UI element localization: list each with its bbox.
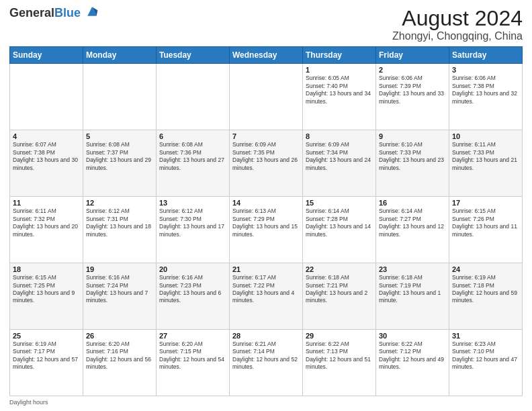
day-info: Sunrise: 6:11 AM Sunset: 7:32 PM Dayligh… xyxy=(13,208,80,238)
day-info: Sunrise: 6:15 AM Sunset: 7:26 PM Dayligh… xyxy=(452,208,519,238)
calendar-cell: 20Sunrise: 6:16 AM Sunset: 7:23 PM Dayli… xyxy=(157,263,230,330)
day-info: Sunrise: 6:10 AM Sunset: 7:33 PM Dayligh… xyxy=(379,141,446,172)
week-row-5: 25Sunrise: 6:19 AM Sunset: 7:17 PM Dayli… xyxy=(10,330,523,396)
calendar-cell: 19Sunrise: 6:16 AM Sunset: 7:24 PM Dayli… xyxy=(83,263,157,330)
day-number: 1 xyxy=(306,66,373,74)
day-info: Sunrise: 6:15 AM Sunset: 7:25 PM Dayligh… xyxy=(13,274,80,305)
day-info: Sunrise: 6:19 AM Sunset: 7:17 PM Dayligh… xyxy=(13,340,80,371)
weekday-header-thursday: Thursday xyxy=(303,47,376,64)
day-info: Sunrise: 6:12 AM Sunset: 7:30 PM Dayligh… xyxy=(159,208,226,238)
day-number: 20 xyxy=(159,265,226,273)
calendar-cell xyxy=(83,64,157,130)
weekday-header-monday: Monday xyxy=(83,47,157,64)
calendar-cell: 10Sunrise: 6:11 AM Sunset: 7:33 PM Dayli… xyxy=(449,130,523,197)
day-info: Sunrise: 6:22 AM Sunset: 7:13 PM Dayligh… xyxy=(306,340,373,371)
calendar-cell xyxy=(230,64,303,130)
day-number: 6 xyxy=(159,132,226,140)
day-number: 27 xyxy=(159,332,226,340)
weekday-header-sunday: Sunday xyxy=(10,47,83,64)
weekday-header-wednesday: Wednesday xyxy=(230,47,303,64)
calendar-cell: 7Sunrise: 6:09 AM Sunset: 7:35 PM Daylig… xyxy=(230,130,303,197)
calendar-cell: 11Sunrise: 6:11 AM Sunset: 7:32 PM Dayli… xyxy=(10,197,83,263)
day-info: Sunrise: 6:22 AM Sunset: 7:12 PM Dayligh… xyxy=(379,340,446,371)
day-info: Sunrise: 6:06 AM Sunset: 7:38 PM Dayligh… xyxy=(452,75,519,105)
calendar-cell: 17Sunrise: 6:15 AM Sunset: 7:26 PM Dayli… xyxy=(449,197,523,263)
calendar-cell: 18Sunrise: 6:15 AM Sunset: 7:25 PM Dayli… xyxy=(10,263,83,330)
day-number: 4 xyxy=(13,132,80,140)
calendar-cell: 22Sunrise: 6:18 AM Sunset: 7:21 PM Dayli… xyxy=(303,263,376,330)
day-info: Sunrise: 6:19 AM Sunset: 7:18 PM Dayligh… xyxy=(452,274,519,305)
calendar-cell: 6Sunrise: 6:08 AM Sunset: 7:36 PM Daylig… xyxy=(157,130,230,197)
day-info: Sunrise: 6:12 AM Sunset: 7:31 PM Dayligh… xyxy=(86,208,153,238)
header: GeneralBlue August 2024 Zhongyi, Chongqi… xyxy=(9,7,523,42)
day-number: 3 xyxy=(452,66,519,74)
logo: GeneralBlue xyxy=(9,7,99,20)
day-info: Sunrise: 6:14 AM Sunset: 7:27 PM Dayligh… xyxy=(379,208,446,238)
day-number: 13 xyxy=(159,199,226,207)
logo-icon xyxy=(85,5,99,18)
day-info: Sunrise: 6:09 AM Sunset: 7:35 PM Dayligh… xyxy=(232,141,300,172)
day-info: Sunrise: 6:09 AM Sunset: 7:34 PM Dayligh… xyxy=(306,141,373,172)
title-area: August 2024 Zhongyi, Chongqing, China xyxy=(392,7,523,42)
week-row-2: 4Sunrise: 6:07 AM Sunset: 7:38 PM Daylig… xyxy=(10,130,523,197)
calendar-cell: 8Sunrise: 6:09 AM Sunset: 7:34 PM Daylig… xyxy=(303,130,376,197)
calendar-cell: 29Sunrise: 6:22 AM Sunset: 7:13 PM Dayli… xyxy=(303,330,376,396)
day-info: Sunrise: 6:08 AM Sunset: 7:36 PM Dayligh… xyxy=(159,141,226,172)
day-info: Sunrise: 6:11 AM Sunset: 7:33 PM Dayligh… xyxy=(452,141,519,172)
day-number: 22 xyxy=(306,265,373,273)
logo-line1: General xyxy=(9,6,54,19)
day-number: 21 xyxy=(232,265,300,273)
calendar-cell: 21Sunrise: 6:17 AM Sunset: 7:22 PM Dayli… xyxy=(230,263,303,330)
calendar-cell xyxy=(157,64,230,130)
day-number: 14 xyxy=(232,199,300,207)
day-number: 24 xyxy=(452,265,519,273)
calendar-cell: 16Sunrise: 6:14 AM Sunset: 7:27 PM Dayli… xyxy=(376,197,449,263)
day-info: Sunrise: 6:21 AM Sunset: 7:14 PM Dayligh… xyxy=(232,340,300,371)
day-info: Sunrise: 6:18 AM Sunset: 7:19 PM Dayligh… xyxy=(379,274,446,305)
weekday-header-row: SundayMondayTuesdayWednesdayThursdayFrid… xyxy=(10,47,523,64)
location-title: Zhongyi, Chongqing, China xyxy=(392,30,523,42)
day-info: Sunrise: 6:07 AM Sunset: 7:38 PM Dayligh… xyxy=(13,141,80,172)
calendar-cell: 5Sunrise: 6:08 AM Sunset: 7:37 PM Daylig… xyxy=(83,130,157,197)
day-info: Sunrise: 6:18 AM Sunset: 7:21 PM Dayligh… xyxy=(306,274,373,305)
day-info: Sunrise: 6:20 AM Sunset: 7:15 PM Dayligh… xyxy=(159,340,226,371)
calendar-cell: 2Sunrise: 6:06 AM Sunset: 7:39 PM Daylig… xyxy=(376,64,449,130)
calendar-cell: 4Sunrise: 6:07 AM Sunset: 7:38 PM Daylig… xyxy=(10,130,83,197)
day-info: Sunrise: 6:16 AM Sunset: 7:24 PM Dayligh… xyxy=(86,274,153,305)
calendar-cell: 14Sunrise: 6:13 AM Sunset: 7:29 PM Dayli… xyxy=(230,197,303,263)
calendar-cell: 30Sunrise: 6:22 AM Sunset: 7:12 PM Dayli… xyxy=(376,330,449,396)
day-number: 9 xyxy=(379,132,446,140)
day-number: 19 xyxy=(86,265,153,273)
calendar-cell: 25Sunrise: 6:19 AM Sunset: 7:17 PM Dayli… xyxy=(10,330,83,396)
logo-area: GeneralBlue xyxy=(9,7,99,20)
day-number: 2 xyxy=(379,66,446,74)
day-number: 12 xyxy=(86,199,153,207)
day-number: 28 xyxy=(232,332,300,340)
day-number: 26 xyxy=(86,332,153,340)
page: GeneralBlue August 2024 Zhongyi, Chongqi… xyxy=(0,0,532,411)
day-info: Sunrise: 6:14 AM Sunset: 7:28 PM Dayligh… xyxy=(306,208,373,238)
month-year-title: August 2024 xyxy=(392,7,523,30)
day-number: 11 xyxy=(13,199,80,207)
day-number: 18 xyxy=(13,265,80,273)
day-info: Sunrise: 6:20 AM Sunset: 7:16 PM Dayligh… xyxy=(86,340,153,371)
day-number: 10 xyxy=(452,132,519,140)
calendar-table: SundayMondayTuesdayWednesdayThursdayFrid… xyxy=(9,46,523,396)
week-row-4: 18Sunrise: 6:15 AM Sunset: 7:25 PM Dayli… xyxy=(10,263,523,330)
logo-line2: Blue xyxy=(54,6,81,19)
day-number: 23 xyxy=(379,265,446,273)
day-number: 7 xyxy=(232,132,300,140)
calendar-cell: 27Sunrise: 6:20 AM Sunset: 7:15 PM Dayli… xyxy=(157,330,230,396)
day-info: Sunrise: 6:06 AM Sunset: 7:39 PM Dayligh… xyxy=(379,75,446,105)
day-number: 16 xyxy=(379,199,446,207)
calendar-cell: 26Sunrise: 6:20 AM Sunset: 7:16 PM Dayli… xyxy=(83,330,157,396)
day-number: 25 xyxy=(13,332,80,340)
footer-note: Daylight hours xyxy=(9,399,523,406)
calendar-cell: 3Sunrise: 6:06 AM Sunset: 7:38 PM Daylig… xyxy=(449,64,523,130)
week-row-1: 1Sunrise: 6:05 AM Sunset: 7:40 PM Daylig… xyxy=(10,64,523,130)
day-number: 5 xyxy=(86,132,153,140)
calendar-cell: 31Sunrise: 6:23 AM Sunset: 7:10 PM Dayli… xyxy=(449,330,523,396)
day-number: 17 xyxy=(452,199,519,207)
day-info: Sunrise: 6:13 AM Sunset: 7:29 PM Dayligh… xyxy=(232,208,300,238)
weekday-header-tuesday: Tuesday xyxy=(157,47,230,64)
